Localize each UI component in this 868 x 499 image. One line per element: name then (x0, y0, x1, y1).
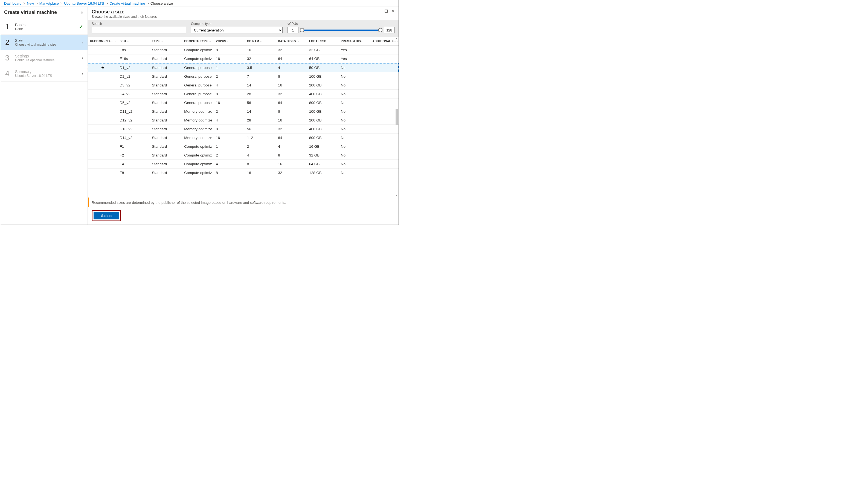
vcpus-min-input[interactable] (288, 27, 298, 33)
cell-ram: 32 (245, 54, 276, 63)
size-row[interactable]: D12_v2StandardMemory optimize42816200 GB… (88, 116, 399, 125)
cell-rec (88, 98, 118, 107)
size-row[interactable]: D4_v2StandardGeneral purpose82832400 GBN… (88, 90, 399, 98)
breadcrumb-current: Choose a size (150, 1, 173, 5)
wizard-step-size[interactable]: 2SizeChoose virtual machine size› (0, 35, 87, 50)
cell-ctype: Compute optimiz (182, 46, 213, 54)
select-button[interactable]: Select (94, 212, 119, 219)
cell-ssd: 100 GB (307, 72, 339, 81)
cell-type: Standard (150, 98, 182, 107)
breadcrumb-link[interactable]: Create virtual machine (109, 1, 145, 5)
step-subtitle: Choose virtual machine size (15, 43, 56, 47)
filter-bar: Search Compute type Current generation v… (88, 20, 399, 37)
cell-type: Standard (150, 81, 182, 90)
size-row[interactable]: F8sStandardCompute optimiz8163232 GBYes (88, 46, 399, 54)
column-header[interactable]: LOCAL SSD↑↓ (307, 37, 339, 46)
step-title: Size (15, 38, 56, 43)
cell-prem: No (339, 142, 370, 151)
size-row[interactable]: F2StandardCompute optimiz24832 GBNo (88, 151, 399, 160)
cell-rec (88, 72, 118, 81)
sort-icon: ↑↓ (364, 40, 367, 43)
cell-type: Standard (150, 90, 182, 98)
cell-rec (88, 151, 118, 160)
scroll-down-icon[interactable]: ▾ (396, 194, 398, 197)
cell-sku: D12_v2 (118, 116, 150, 125)
search-label: Search (91, 22, 186, 26)
size-table-wrap: RECOMMEND...↑↓SKU↑↓TYPE↑↓COMPUTE TYPE↑↓V… (88, 37, 399, 197)
cell-ssd: 64 GB (307, 54, 339, 63)
chevron-right-icon: › (82, 40, 83, 45)
close-icon[interactable]: ✕ (391, 9, 395, 13)
compute-type-select[interactable]: Current generation (191, 27, 283, 33)
cell-prem: No (339, 107, 370, 116)
cell-ctype: General purpose (182, 63, 213, 72)
vcpus-slider[interactable] (301, 27, 381, 33)
breadcrumb-link[interactable]: Marketplace (39, 1, 59, 5)
column-header[interactable]: TYPE↑↓ (150, 37, 182, 46)
breadcrumb-link[interactable]: Dashboard (4, 1, 22, 5)
cell-ctype: General purpose (182, 98, 213, 107)
cell-type: Standard (150, 72, 182, 81)
size-row[interactable]: D2_v2StandardGeneral purpose278100 GBNo (88, 72, 399, 81)
column-header[interactable]: VCPUS↑↓ (213, 37, 245, 46)
column-header[interactable]: GB RAM↑↓ (245, 37, 276, 46)
size-row[interactable]: D14_v2StandardMemory optimize1611264800 … (88, 134, 399, 142)
cell-disks: 8 (276, 151, 307, 160)
size-row[interactable]: F4StandardCompute optimiz481664 GBNo (88, 160, 399, 169)
column-header[interactable]: DATA DISKS↑↓ (276, 37, 307, 46)
wizard-panel: Create virtual machine ✕ 1BasicsDone✓2Si… (0, 7, 88, 224)
column-header[interactable]: ADDITIONAL F...↑↓ (370, 37, 399, 46)
cell-ram: 16 (245, 46, 276, 54)
search-input[interactable] (91, 27, 186, 33)
cell-sku: F8s (118, 46, 150, 54)
size-row[interactable]: D3_v2StandardGeneral purpose41416200 GBN… (88, 81, 399, 90)
cell-vcpus: 8 (213, 46, 245, 54)
cell-ctype: Memory optimize (182, 134, 213, 142)
scrollbar-thumb[interactable] (395, 109, 398, 125)
step-subtitle: Ubuntu Server 16.04 LTS (15, 74, 52, 78)
cell-vcpus: 2 (213, 107, 245, 116)
select-highlight: Select (91, 210, 121, 221)
cell-vcpus: 16 (213, 54, 245, 63)
vertical-scrollbar[interactable]: ▴ ▾ (395, 37, 399, 197)
column-header[interactable]: RECOMMEND...↑↓ (88, 37, 118, 46)
cell-ctype: Compute optimiz (182, 54, 213, 63)
slider-thumb-min[interactable] (300, 28, 304, 32)
breadcrumb-link[interactable]: New (27, 1, 34, 5)
cell-sku: D14_v2 (118, 134, 150, 142)
scroll-up-icon[interactable]: ▴ (396, 37, 398, 40)
cell-ssd: 200 GB (307, 116, 339, 125)
size-row[interactable]: F16sStandardCompute optimiz16326464 GBYe… (88, 54, 399, 63)
cell-disks: 64 (276, 134, 307, 142)
vcpus-label: vCPUs (288, 22, 298, 26)
cell-vcpus: 16 (213, 134, 245, 142)
column-header[interactable]: PREMIUM DIS...↑↓ (339, 37, 370, 46)
cell-ctype: Memory optimize (182, 116, 213, 125)
slider-thumb-max[interactable] (378, 28, 382, 32)
close-icon[interactable]: ✕ (81, 10, 84, 15)
column-header[interactable]: SKU↑↓ (118, 37, 150, 46)
wizard-step-basics[interactable]: 1BasicsDone✓ (0, 19, 87, 35)
cell-vcpus: 1 (213, 63, 245, 72)
size-row[interactable]: F8StandardCompute optimiz81632128 GBNo (88, 169, 399, 177)
breadcrumb-link[interactable]: Ubuntu Server 16.04 LTS (64, 1, 104, 5)
column-header[interactable]: COMPUTE TYPE↑↓ (182, 37, 213, 46)
cell-type: Standard (150, 151, 182, 160)
size-row[interactable]: D5_v2StandardGeneral purpose165664800 GB… (88, 98, 399, 107)
vcpus-max-input[interactable] (384, 27, 395, 33)
cell-prem: No (339, 63, 370, 72)
cell-prem: No (339, 72, 370, 81)
cell-prem: No (339, 116, 370, 125)
size-row[interactable]: F1StandardCompute optimiz12416 GBNo (88, 142, 399, 151)
size-table: RECOMMEND...↑↓SKU↑↓TYPE↑↓COMPUTE TYPE↑↓V… (88, 37, 399, 177)
chevron-right-icon: > (60, 1, 63, 5)
cell-disks: 64 (276, 54, 307, 63)
cell-disks: 8 (276, 107, 307, 116)
sort-icon: ↑↓ (113, 40, 116, 43)
cell-disks: 16 (276, 81, 307, 90)
restore-icon[interactable] (384, 9, 388, 13)
cell-add (370, 134, 399, 142)
size-row[interactable]: D13_v2StandardMemory optimize85632400 GB… (88, 125, 399, 134)
size-row[interactable]: D11_v2StandardMemory optimize2148100 GBN… (88, 107, 399, 116)
size-row[interactable]: ★D1_v2StandardGeneral purpose13.5450 GBN… (88, 63, 399, 72)
